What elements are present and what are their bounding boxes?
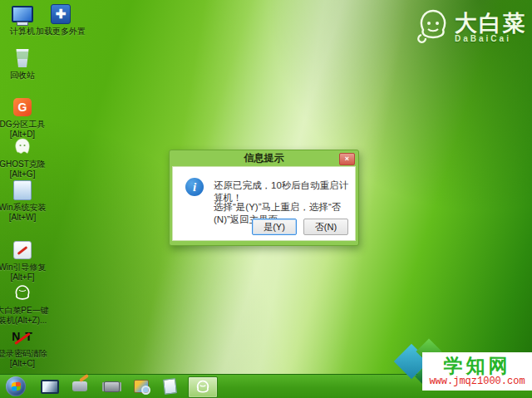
desktop-icon-shortcut: [Alt+G] bbox=[10, 170, 36, 179]
desktop-icon-shortcut: [Alt+C] bbox=[10, 359, 35, 369]
desktop-icon-load-more-ext[interactable]: ✚ 加载更多外置 bbox=[33, 3, 88, 37]
taskbar-dabaicai-active-button[interactable] bbox=[188, 376, 218, 398]
desktop-icon-label: Win系统安装 bbox=[0, 203, 47, 213]
taskbar-disk-tool-icon[interactable] bbox=[70, 377, 90, 396]
computer-icon bbox=[12, 3, 33, 25]
dg-partition-icon: G bbox=[12, 96, 33, 118]
desktop-icon-recycle-bin[interactable]: 回收站 bbox=[0, 47, 50, 81]
desktop-icon-label: 回收站 bbox=[10, 71, 35, 81]
desktop-icon-label: 大白菜PE一键 bbox=[0, 306, 49, 316]
desktop-icon-win-boot-repair[interactable]: Win引导修复 [Alt+F] bbox=[0, 239, 50, 283]
cabbage-icon bbox=[195, 379, 211, 396]
watermark-title: 学知网 bbox=[444, 356, 511, 376]
desktop-icon-win-install[interactable]: Win系统安装 [Alt+W] bbox=[0, 179, 50, 223]
desktop-icon-dg-partition[interactable]: G DG分区工具 [Alt+D] bbox=[0, 96, 50, 140]
cabbage-icon bbox=[12, 283, 33, 304]
recycle-bin-icon bbox=[12, 47, 33, 69]
desktop-icon-label: DG分区工具 bbox=[0, 120, 46, 130]
dialog-body: i 还原已完成，10秒后自动重启计算机！ 选择“是(Y)”马上重启，选择“否(N… bbox=[172, 166, 356, 241]
close-icon[interactable]: × bbox=[339, 153, 355, 165]
info-dialog: 信息提示 × i 还原已完成，10秒后自动重启计算机！ 选择“是(Y)”马上重启… bbox=[169, 150, 359, 246]
desktop-icon-ghost-clone[interactable]: GHOST克隆 [Alt+G] bbox=[0, 136, 50, 179]
logo-subtitle: DaBaiCai bbox=[455, 34, 527, 43]
desktop-icon-shortcut: 装机(Alt+Z)... bbox=[0, 316, 47, 326]
desktop-icon-label: 计算机 bbox=[10, 27, 35, 37]
desktop-icon-label: 加载更多外置 bbox=[36, 27, 86, 37]
nt-password-icon: N T bbox=[12, 326, 33, 347]
taskbar-partition-tool-icon[interactable] bbox=[131, 377, 151, 396]
logo-title: 大白菜 bbox=[455, 12, 527, 34]
ghost-icon bbox=[12, 136, 33, 158]
desktop-icon-label: GHOST克隆 bbox=[0, 160, 46, 170]
desktop-icon-nt-password[interactable]: N T 登录密码清除 [Alt+C] bbox=[0, 326, 50, 369]
desktop-icon-dabaicai-pe[interactable]: 大白菜PE一键 装机(Alt+Z)... bbox=[0, 283, 50, 326]
installer-icon bbox=[12, 179, 33, 201]
dialog-title: 信息提示 bbox=[244, 152, 284, 164]
windows-flag-icon bbox=[12, 381, 21, 391]
dabaicai-logo: 大白菜 DaBaiCai bbox=[415, 7, 527, 48]
info-icon: i bbox=[185, 178, 204, 196]
start-button[interactable] bbox=[6, 376, 26, 396]
yes-button[interactable]: 是(Y) bbox=[252, 219, 297, 235]
desktop-icon-shortcut: [Alt+F] bbox=[10, 273, 34, 283]
dialog-titlebar[interactable]: 信息提示 × bbox=[172, 150, 356, 166]
taskbar-notepad-icon[interactable] bbox=[160, 377, 180, 396]
repair-wrench-icon bbox=[12, 239, 33, 261]
watermark: 学知网 www.jmqz1000.com bbox=[422, 352, 532, 391]
taskbar-computer-icon[interactable] bbox=[40, 377, 60, 396]
desktop-icon-shortcut: [Alt+W] bbox=[9, 213, 37, 223]
taskbar-memory-chip-icon[interactable] bbox=[101, 377, 121, 396]
no-button[interactable]: 否(N) bbox=[303, 219, 348, 235]
desktop-icon-label: 登录密码清除 bbox=[0, 349, 47, 359]
cabbage-mascot-icon bbox=[415, 7, 451, 48]
external-devices-icon: ✚ bbox=[50, 3, 71, 25]
watermark-url: www.jmqz1000.com bbox=[429, 376, 525, 388]
desktop-icon-label: Win引导修复 bbox=[0, 263, 47, 273]
